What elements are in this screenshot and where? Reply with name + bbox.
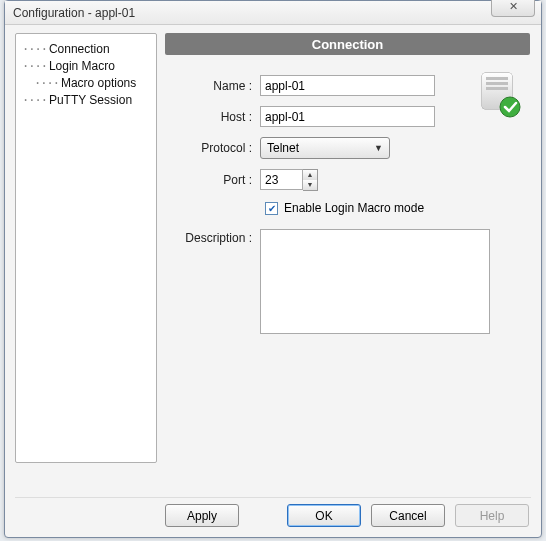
name-input[interactable]	[260, 75, 435, 96]
section-header: Connection	[165, 33, 530, 55]
help-button[interactable]: Help	[455, 504, 529, 527]
ok-label: OK	[315, 509, 332, 523]
tree-item-label: Macro options	[61, 76, 136, 90]
ok-button[interactable]: OK	[287, 504, 361, 527]
window-title: Configuration - appl-01	[13, 6, 135, 20]
port-label: Port :	[165, 173, 260, 187]
svg-rect-4	[486, 87, 508, 90]
port-spin-up[interactable]: ▲	[303, 170, 317, 180]
protocol-select[interactable]: Telnet ▼	[260, 137, 390, 159]
titlebar: Configuration - appl-01	[5, 1, 541, 25]
tree-item-connection[interactable]: ···· Connection	[16, 40, 156, 57]
tree-item-macro-options[interactable]: ···· Macro options	[16, 74, 156, 91]
config-window: Configuration - appl-01 ✕ ···· Connectio…	[4, 0, 542, 538]
protocol-value: Telnet	[267, 141, 299, 155]
server-status-icon	[474, 69, 524, 119]
content-area: ···· Connection ···· Login Macro ···· Ma…	[15, 33, 531, 489]
enable-login-macro-checkbox[interactable]: ✔	[265, 202, 278, 215]
port-spin-down[interactable]: ▼	[303, 180, 317, 190]
host-input[interactable]	[260, 106, 435, 127]
tree-branch-icon: ····	[22, 93, 47, 107]
tree-item-label: Login Macro	[49, 59, 115, 73]
svg-rect-2	[486, 77, 508, 80]
tree-item-login-macro[interactable]: ···· Login Macro	[16, 57, 156, 74]
close-icon: ✕	[509, 0, 518, 13]
svg-rect-3	[486, 82, 508, 85]
tree-item-label: Connection	[49, 42, 110, 56]
tree-branch-icon: ····	[22, 42, 47, 56]
tree-branch-icon: ····	[34, 76, 59, 90]
cancel-button[interactable]: Cancel	[371, 504, 445, 527]
apply-label: Apply	[187, 509, 217, 523]
button-bar: Apply OK Cancel Help	[15, 497, 531, 527]
form-pane: Connection Name :	[165, 33, 530, 463]
apply-button[interactable]: Apply	[165, 504, 239, 527]
nav-tree: ···· Connection ···· Login Macro ···· Ma…	[15, 33, 157, 463]
tree-branch-icon: ····	[22, 59, 47, 73]
tree-item-putty-session[interactable]: ···· PuTTY Session	[16, 91, 156, 108]
host-label: Host :	[165, 110, 260, 124]
help-label: Help	[480, 509, 505, 523]
description-label: Description :	[165, 229, 260, 245]
tree-item-label: PuTTY Session	[49, 93, 132, 107]
svg-point-5	[500, 97, 520, 117]
close-button[interactable]: ✕	[491, 0, 535, 17]
cancel-label: Cancel	[389, 509, 426, 523]
enable-login-macro-label: Enable Login Macro mode	[284, 201, 424, 215]
name-label: Name :	[165, 79, 260, 93]
protocol-label: Protocol :	[165, 141, 260, 155]
chevron-down-icon: ▼	[374, 143, 383, 153]
description-input[interactable]	[260, 229, 490, 334]
section-title: Connection	[312, 37, 384, 52]
port-input[interactable]	[260, 169, 303, 190]
